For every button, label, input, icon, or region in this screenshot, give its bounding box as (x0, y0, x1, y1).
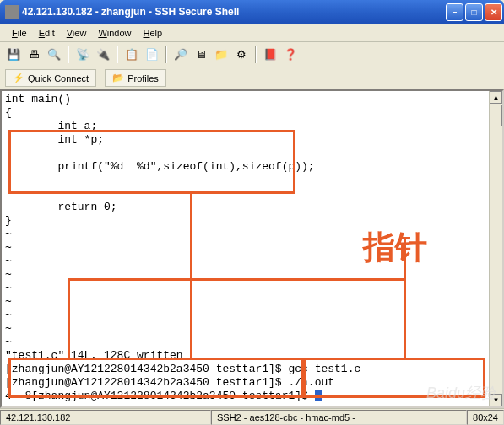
save-icon[interactable]: 💾 (5, 46, 22, 63)
maximize-button[interactable]: □ (465, 3, 483, 21)
scroll-up-icon[interactable]: ▲ (490, 91, 502, 104)
connection-bar: ⚡ Quick Connect 📂 Profiles (0, 67, 504, 89)
window-title: 42.121.130.182 - zhangjun - SSH Secure S… (22, 6, 446, 18)
terminal-content: int main() { int a; int *p; printf("%d %… (2, 91, 502, 405)
close-button[interactable]: ✕ (485, 3, 502, 21)
terminal-icon[interactable]: 🖥 (192, 46, 209, 63)
terminal-area[interactable]: int main() { int a; int *p; printf("%d %… (0, 89, 504, 408)
quick-connect-button[interactable]: ⚡ Quick Connect (5, 69, 96, 87)
connect-icon[interactable]: 📡 (74, 46, 91, 63)
folder-icon: 📂 (112, 73, 124, 83)
menu-file[interactable]: File (7, 26, 32, 40)
separator (255, 46, 257, 63)
titlebar: 42.121.130.182 - zhangjun - SSH Secure S… (0, 0, 504, 24)
statusbar: 42.121.130.182 SSH2 - aes128-cbc - hmac-… (0, 408, 504, 425)
quick-connect-label: Quick Connect (28, 73, 89, 83)
paste-icon[interactable]: 📄 (144, 46, 160, 63)
separator (117, 46, 118, 63)
print-icon[interactable]: 🖶 (25, 46, 42, 63)
settings-icon[interactable]: ⚙ (233, 46, 250, 63)
separator (165, 46, 167, 63)
app-icon (5, 5, 19, 19)
status-cipher: SSH2 - aes128-cbc - hmac-md5 - (211, 410, 467, 425)
disconnect-icon[interactable]: 🔌 (95, 46, 111, 63)
scrollbar[interactable]: ▲ ▼ (489, 91, 502, 406)
find-icon[interactable]: 🔎 (172, 46, 189, 63)
minimize-button[interactable]: – (446, 3, 463, 21)
status-size: 80x24 (467, 410, 504, 425)
menu-edit[interactable]: Edit (34, 26, 60, 40)
menu-window[interactable]: Window (93, 26, 136, 40)
book-icon[interactable]: 📕 (262, 46, 279, 63)
lightning-icon: ⚡ (13, 73, 24, 83)
status-host: 42.121.130.182 (0, 410, 211, 425)
profiles-label: Profiles (127, 73, 159, 83)
watermark: Baidu经验 (426, 383, 496, 403)
menubar: File Edit View Window Help (0, 24, 504, 42)
scroll-thumb[interactable] (490, 105, 502, 126)
menu-view[interactable]: View (62, 26, 92, 40)
copy-icon[interactable]: 📋 (123, 46, 140, 63)
cursor (315, 390, 322, 401)
toolbar: 💾 🖶 🔍 📡 🔌 📋 📄 🔎 🖥 📁 ⚙ 📕 ❓ (0, 42, 504, 67)
window-controls: – □ ✕ (446, 3, 502, 21)
profiles-button[interactable]: 📂 Profiles (105, 69, 166, 87)
separator (68, 46, 69, 63)
menu-help[interactable]: Help (138, 26, 168, 40)
help-icon[interactable]: ❓ (282, 46, 299, 63)
transfer-icon[interactable]: 📁 (213, 46, 230, 63)
preview-icon[interactable]: 🔍 (46, 46, 62, 63)
